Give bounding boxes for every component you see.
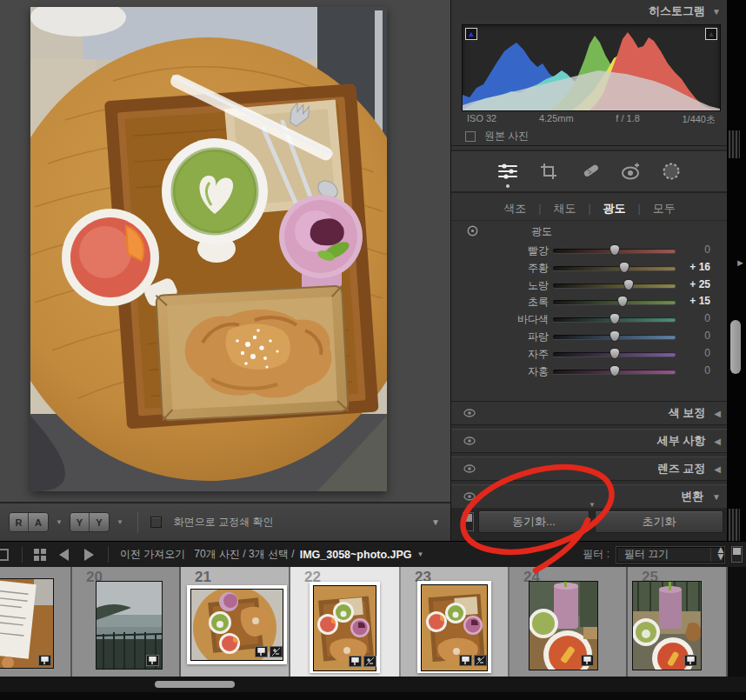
slider-knob[interactable]	[609, 313, 620, 324]
filter-value: 필터 끄기	[617, 547, 710, 562]
tab-luminance[interactable]: 광도	[591, 201, 638, 217]
slider-knob[interactable]	[617, 296, 628, 307]
second-monitor-icon[interactable]	[0, 549, 9, 561]
panel-toggle-eye-icon[interactable]	[463, 492, 476, 501]
filter-spinner-icon[interactable]: ▲▼	[710, 548, 723, 562]
flag-badge-icon[interactable]	[146, 655, 159, 666]
filmstrip-cell-25[interactable]: 25	[628, 567, 728, 677]
expand-icon[interactable]: ◀	[714, 464, 721, 474]
before-after-dropdown-icon[interactable]: ▼	[117, 518, 123, 526]
expand-icon[interactable]: ◀	[714, 437, 721, 446]
section-title: 변환	[681, 489, 703, 504]
filter-dropdown[interactable]: 필터 끄기 ▲▼	[616, 547, 724, 563]
develop-right-panel: 히스토그램 ▼ ▲ ▲ ISO 32 4.25mm f / 1.8 1/440초…	[450, 0, 727, 541]
tab-hue[interactable]: 색조	[491, 201, 538, 217]
healing-tool[interactable]	[579, 161, 600, 182]
filmstrip-cell-23-selected[interactable]: 23	[401, 567, 510, 677]
thumbnail-24[interactable]	[529, 581, 598, 670]
previous-photo-arrow-icon[interactable]	[59, 549, 69, 561]
thumbnail-19[interactable]	[0, 578, 54, 669]
crop-tool[interactable]	[538, 161, 559, 182]
filmstrip-cell-22-most-selected[interactable]: 22	[290, 567, 401, 677]
slider-knob[interactable]	[609, 330, 620, 342]
filmstrip-cell-21-selected[interactable]: 21	[181, 567, 290, 677]
filmstrip-cell-24[interactable]: 24	[510, 567, 628, 677]
flag-badge-icon[interactable]	[255, 646, 268, 657]
toolbar-options-dropdown-icon[interactable]: ▼	[431, 517, 440, 527]
slider-knob[interactable]	[609, 348, 620, 359]
tab-saturation[interactable]: 채도	[541, 201, 588, 217]
current-filename[interactable]: IMG_3058~photo.JPG	[300, 549, 412, 561]
reset-button[interactable]: 초기화	[595, 510, 723, 533]
flag-badge-icon[interactable]	[459, 655, 472, 666]
original-photo-checkbox[interactable]	[465, 131, 476, 142]
slider-track[interactable]	[553, 266, 676, 270]
panel-header-color-grading[interactable]: 색 보정 ◀	[451, 402, 728, 424]
masking-tool[interactable]	[661, 161, 682, 182]
soft-proofing-checkbox[interactable]	[150, 517, 162, 528]
slider-value: + 16	[672, 261, 710, 273]
filmstrip-scrollbar[interactable]	[0, 677, 746, 692]
thumbnail-20[interactable]	[96, 581, 163, 670]
slider-yellow: 노랑 + 25	[451, 277, 728, 294]
active-view-button[interactable]: A	[29, 513, 48, 531]
filmstrip-source-dropdown-icon[interactable]: ▼	[417, 550, 424, 558]
after-view-button[interactable]: Y	[90, 513, 109, 531]
sync-options-icon[interactable]: ▼	[589, 501, 596, 509]
reference-view-button[interactable]: R	[10, 513, 29, 531]
slider-label: 노랑	[528, 278, 549, 293]
next-photo-arrow-icon[interactable]	[84, 549, 94, 561]
thumbnail-22[interactable]	[310, 582, 380, 673]
thumbnail-21[interactable]	[187, 585, 287, 664]
flag-badge-icon[interactable]	[581, 655, 594, 666]
panel-header-lens-corrections[interactable]: 렌즈 교정 ◀	[451, 457, 728, 480]
reference-active-view-button[interactable]: R A	[9, 512, 49, 532]
panel-toggle-eye-icon[interactable]	[463, 437, 476, 445]
thumbnail-25[interactable]	[632, 581, 702, 670]
tab-all[interactable]: 모두	[641, 201, 688, 217]
slider-track[interactable]	[553, 283, 676, 288]
source-label[interactable]: 이전 가져오기	[120, 547, 185, 562]
slider-knob[interactable]	[609, 365, 620, 377]
slider-aqua: 바다색 0	[451, 310, 728, 328]
reference-view-dropdown-icon[interactable]: ▼	[56, 518, 63, 526]
filmstrip-scrollbar-thumb[interactable]	[155, 681, 235, 688]
flag-badge-icon[interactable]	[349, 656, 362, 667]
filmstrip-cell-20[interactable]: 20	[72, 567, 181, 677]
adjustment-badge-icon[interactable]	[474, 655, 487, 666]
slider-knob[interactable]	[619, 262, 629, 273]
toolbar-divider	[137, 512, 138, 533]
histogram-collapse-icon[interactable]: ▼	[712, 7, 721, 17]
panel-toggle-eye-icon[interactable]	[463, 464, 476, 473]
sync-button[interactable]: 동기화...	[478, 510, 589, 533]
panel-toggle-eye-icon[interactable]	[463, 409, 476, 417]
panel-scrollbar-thumb[interactable]	[730, 320, 741, 374]
sync-switch[interactable]	[463, 512, 474, 531]
focal-length-value: 4.25mm	[539, 113, 574, 126]
before-view-button[interactable]: Y	[70, 513, 90, 531]
before-after-view-button[interactable]: Y Y	[70, 512, 110, 532]
slider-knob[interactable]	[623, 279, 634, 290]
panel-show-arrow-icon[interactable]: ►	[736, 257, 745, 268]
filter-switch[interactable]	[731, 546, 743, 563]
slider-track[interactable]	[553, 300, 676, 304]
slider-value: 0	[672, 243, 710, 256]
grid-view-icon[interactable]	[34, 549, 46, 561]
flag-badge-icon[interactable]	[38, 655, 51, 666]
adjustment-badge-icon[interactable]	[363, 656, 376, 667]
thumbnail-23[interactable]	[417, 581, 491, 673]
flag-badge-icon[interactable]	[684, 655, 697, 666]
section-title: 색 보정	[669, 405, 706, 421]
panel-header-detail[interactable]: 세부 사항 ◀	[451, 430, 728, 452]
slider-label: 초록	[528, 295, 549, 310]
expand-icon[interactable]: ◀	[714, 409, 721, 418]
edit-sliders-tool[interactable]	[497, 161, 518, 182]
adjustment-badge-icon[interactable]	[270, 646, 283, 657]
shadow-clipping-indicator[interactable]: ▲	[465, 28, 477, 40]
red-eye-tool[interactable]	[620, 161, 641, 182]
filmstrip-cell-19[interactable]	[0, 567, 72, 677]
histogram-panel-header[interactable]: 히스토그램 ▼	[451, 2, 728, 21]
highlight-clipping-indicator[interactable]: ▲	[705, 28, 717, 40]
slider-knob[interactable]	[609, 244, 620, 256]
collapse-icon[interactable]: ▼	[712, 492, 721, 502]
